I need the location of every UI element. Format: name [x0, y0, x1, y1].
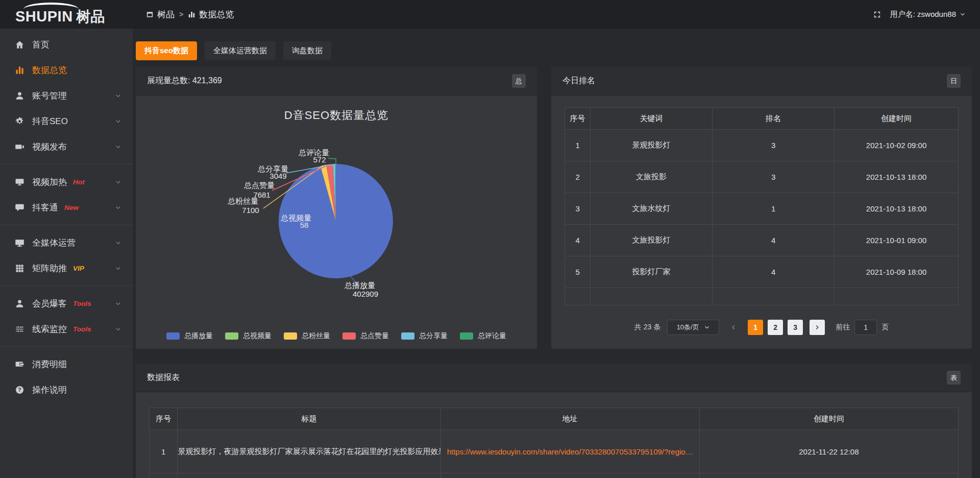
breadcrumb-root[interactable]: 树品	[146, 9, 175, 20]
report-url-cell: https://www.iesdouyin.com/share/video/70…	[440, 430, 699, 473]
legend-swatch	[284, 332, 297, 340]
logo-arc	[23, 3, 79, 16]
sidebar-item-doukotong[interactable]: 抖客通New	[0, 195, 133, 220]
page-size-select[interactable]: 10条/页	[667, 320, 719, 335]
ranking-table: 序号关键词排名创建时间1景观投影灯32021-10-02 09:002文旅投影3…	[565, 107, 959, 305]
legend-item[interactable]: 总粉丝量	[284, 331, 330, 341]
sidebar-item-account-manage[interactable]: 账号管理	[0, 83, 133, 108]
sidebar-item-video-publish[interactable]: 视频发布	[0, 134, 133, 159]
screen-play-icon	[15, 177, 24, 187]
report-time-cell: 2021-11-22 12:08	[699, 430, 958, 473]
page-buttons: 123	[748, 320, 803, 335]
fullscreen-icon[interactable]	[873, 10, 881, 19]
legend-item[interactable]: 总播放量	[166, 331, 213, 341]
column-header: 创建时间	[699, 408, 958, 430]
legend-swatch	[225, 332, 238, 340]
legend-item[interactable]: 总视频量	[225, 331, 272, 341]
breadcrumb: 树品 > 数据总览	[146, 9, 234, 20]
chevron-down-icon	[115, 92, 121, 99]
menu-label: 视频加热	[32, 176, 67, 188]
table-row: 2文旅投影32021-10-13 18:00	[565, 161, 959, 193]
chevron-down-icon	[115, 144, 121, 150]
sidebar-item-matrix-boost[interactable]: 矩阵助推VIP	[0, 255, 133, 281]
sidebar-divider	[0, 285, 133, 286]
user-menu[interactable]: 用户名: zswodun88	[890, 10, 966, 19]
legend-swatch	[166, 332, 180, 340]
table-cell: 投影灯厂家	[591, 256, 713, 288]
username-label: 用户名: zswodun88	[890, 10, 956, 19]
legend-swatch	[460, 332, 473, 340]
chart-legend: 总播放量总视频量总粉丝量总点赞量总分享量总评论量	[136, 331, 537, 341]
sidebar-item-video-heat[interactable]: 视频加热Hot	[0, 169, 133, 195]
breadcrumb-separator: >	[179, 10, 183, 18]
report-corner-badge[interactable]: 表	[947, 371, 961, 385]
menu-badge: VIP	[73, 265, 84, 272]
chevron-right-icon	[814, 324, 820, 330]
sidebar-item-data-overview[interactable]: 数据总览	[0, 57, 133, 83]
pie-chart-area: D音SEO数据量总览 总播放量402909总视频量58总粉丝量7100总点赞量7…	[136, 95, 537, 349]
legend-label: 总粉丝量	[302, 331, 330, 341]
page-button-2[interactable]: 2	[768, 320, 783, 335]
breadcrumb-current-label: 数据总览	[199, 9, 234, 20]
table-row: 1景观投影灯32021-10-02 09:00	[565, 130, 959, 161]
report-link[interactable]: https://www.iesdouyin.com/share/video/70…	[447, 447, 693, 456]
menu-label: 首页	[32, 39, 50, 51]
prev-page-button[interactable]	[726, 320, 741, 335]
table-cell: 4	[565, 225, 591, 256]
menu-label: 数据总览	[32, 64, 67, 76]
legend-item[interactable]: 总分享量	[401, 331, 448, 341]
table-cell: 2021-10-02 09:00	[835, 130, 959, 161]
pie-label: 3049	[270, 172, 286, 180]
column-header: 标题	[178, 408, 440, 430]
column-header: 序号	[150, 408, 178, 430]
page-size-value: 10条/页	[677, 323, 699, 332]
report-panel-title: 数据报表	[147, 372, 180, 383]
top-bar: SHUPIN 树品 树品 > 数据总览 用户名: zswodun88	[0, 0, 980, 29]
legend-label: 总播放量	[184, 331, 213, 341]
sidebar-item-consume-detail[interactable]: 消费明细	[0, 351, 133, 377]
page-button-1[interactable]: 1	[748, 320, 763, 335]
table-cell: 文旅投影	[591, 161, 713, 193]
overview-corner-badge[interactable]: 总	[512, 74, 526, 88]
legend-swatch	[342, 332, 356, 340]
table-header-row: 序号关键词排名创建时间	[565, 108, 959, 130]
menu-badge: Tools	[73, 325, 91, 333]
tab-all-media-data[interactable]: 全媒体运营数据	[205, 41, 276, 60]
table-cell: 3	[565, 193, 591, 225]
table-cell: 1	[565, 130, 591, 161]
table-row: 1景观投影灯，夜游景观投影灯厂家展示展示落花灯在花园里的灯光投影应用效果 #ht…	[150, 430, 959, 473]
panels-row: 展现量总数: 421,369 总 D音SEO数据量总览 总播放量402909总视…	[136, 67, 972, 349]
sidebar-item-clue-monitor[interactable]: 线索监控Tools	[0, 316, 133, 342]
ranking-corner-badge[interactable]: 日	[947, 74, 961, 88]
chevron-down-icon	[115, 326, 121, 332]
legend-item[interactable]: 总点赞量	[342, 331, 389, 341]
pie-label: 总点赞量	[243, 181, 275, 189]
sidebar-item-home[interactable]: 首页	[0, 32, 133, 57]
page-button-3[interactable]: 3	[788, 320, 803, 335]
table-cell: 3	[713, 161, 835, 193]
breadcrumb-root-label: 树品	[157, 9, 175, 20]
pie-label: 572	[313, 155, 326, 164]
sidebar-item-member-burst[interactable]: 会员爆客Tools	[0, 291, 133, 316]
table-cell: 文旅投影灯	[591, 225, 713, 256]
app-logo[interactable]: SHUPIN 树品	[0, 0, 131, 29]
chevron-down-icon	[115, 204, 121, 211]
sidebar-item-douyin-seo[interactable]: 抖音SEO	[0, 108, 133, 134]
next-page-button[interactable]	[810, 320, 825, 335]
table-cell: 1	[713, 193, 835, 225]
sidebar-item-all-media[interactable]: 全媒体运营	[0, 230, 133, 255]
tab-inquiry-data[interactable]: 询盘数据	[283, 41, 331, 60]
table-row: 4文旅投影灯42021-10-01 09:00	[565, 225, 959, 256]
menu-label: 矩阵助推	[32, 262, 67, 274]
user-icon	[15, 91, 24, 101]
table-cell: 2	[565, 161, 591, 193]
tab-douyin-seo-data[interactable]: 抖音seo数据	[136, 41, 197, 60]
column-header: 排名	[713, 108, 835, 130]
bar-chart-icon	[15, 65, 24, 75]
goto-page-input[interactable]	[854, 320, 877, 335]
sliders-icon	[15, 324, 24, 334]
breadcrumb-current[interactable]: 数据总览	[188, 9, 234, 20]
legend-item[interactable]: 总评论量	[460, 331, 506, 341]
column-header: 关键词	[591, 108, 713, 130]
sidebar-item-help[interactable]: ?操作说明	[0, 377, 133, 402]
